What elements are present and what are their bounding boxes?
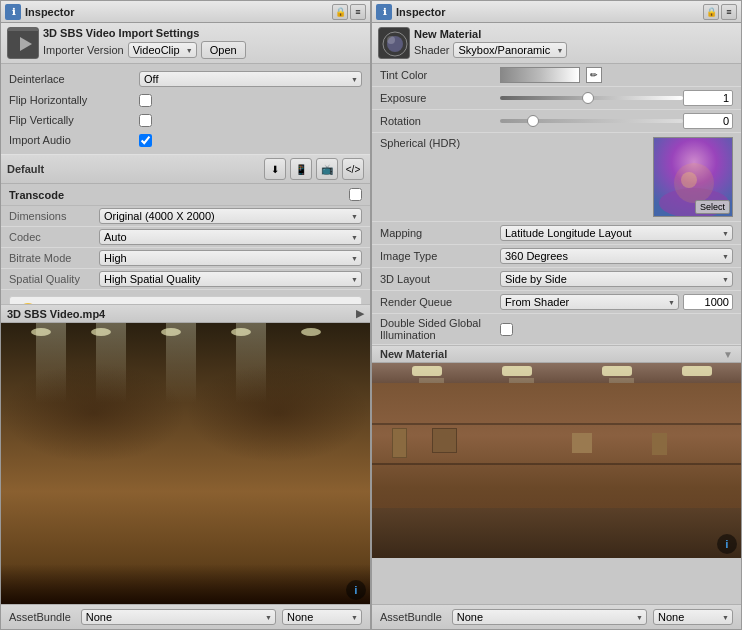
tint-color-row: Tint Color ✏: [372, 64, 741, 87]
exposure-input[interactable]: [683, 90, 733, 106]
image-type-select[interactable]: 360 Degrees: [500, 248, 733, 264]
codec-value-wrapper: Auto: [99, 229, 362, 245]
shader-select-wrapper[interactable]: Skybox/Panoramic: [453, 42, 567, 58]
color-picker-button[interactable]: ✏: [586, 67, 602, 83]
r-ceiling-light-4: [682, 366, 712, 376]
preview-expand-icon[interactable]: ▼: [723, 349, 733, 360]
right-asset-select2[interactable]: None: [653, 609, 733, 625]
render-queue-value-input[interactable]: [683, 294, 733, 310]
left-preview-nav[interactable]: ▶: [356, 307, 364, 320]
left-asset-select1-wrapper[interactable]: None: [81, 609, 276, 625]
deinterlace-value-wrapper: Off: [139, 71, 362, 87]
spherical-texture-row: Spherical (HDR) Select: [372, 133, 741, 222]
left-panel-content: 3D SBS Video Import Settings Importer Ve…: [1, 23, 370, 304]
left-menu-button[interactable]: ≡: [350, 4, 366, 20]
texture-select-button[interactable]: Select: [695, 200, 730, 214]
importer-version-select[interactable]: VideoClip: [128, 42, 197, 58]
left-lock-button[interactable]: 🔒: [332, 4, 348, 20]
tint-color-swatch[interactable]: [500, 67, 580, 83]
render-queue-source-wrapper[interactable]: From Shader: [500, 294, 679, 310]
render-queue-source-select[interactable]: From Shader: [500, 294, 679, 310]
image-type-select-wrapper[interactable]: 360 Degrees: [500, 248, 733, 264]
transcode-checkbox[interactable]: [349, 188, 362, 201]
left-asset-select2-wrapper[interactable]: None: [282, 609, 362, 625]
right-panel-content: New Material Shader Skybox/Panoramic Tin…: [372, 23, 741, 604]
left-asset-label: AssetBundle: [9, 611, 71, 623]
right-asset-select1[interactable]: None: [452, 609, 647, 625]
import-audio-checkbox[interactable]: [139, 134, 152, 147]
download-btn[interactable]: ⬇: [264, 158, 286, 180]
left-section-header: 3D SBS Video Import Settings Importer Ve…: [1, 23, 370, 64]
left-asset-select2[interactable]: None: [282, 609, 362, 625]
codec-select[interactable]: Auto: [99, 229, 362, 245]
right-section-title: New Material: [414, 28, 735, 40]
flip-v-checkbox[interactable]: [139, 114, 152, 127]
flip-h-checkbox[interactable]: [139, 94, 152, 107]
mapping-row: Mapping Latitude Longitude Layout: [372, 222, 741, 245]
platform-toolbar: Default ⬇ 📱 📺 </>: [1, 154, 370, 184]
right-preview-info-btn[interactable]: i: [717, 534, 737, 554]
deinterlace-select-wrapper[interactable]: Off: [139, 71, 362, 87]
open-button[interactable]: Open: [201, 41, 246, 59]
spatial-label: Spatial Quality: [9, 273, 99, 285]
dimensions-value-wrapper: Original (4000 X 2000): [99, 208, 362, 224]
tv-btn[interactable]: 📺: [316, 158, 338, 180]
bitrate-select[interactable]: High: [99, 250, 362, 266]
flip-h-row: Flip Horizontally: [9, 90, 362, 110]
left-asset-bundle-row: AssetBundle None None: [1, 604, 370, 629]
spatial-select-wrapper[interactable]: High Spatial Quality: [99, 271, 362, 287]
importer-version-select-wrapper[interactable]: VideoClip: [128, 42, 197, 58]
render-queue-label: Render Queue: [380, 296, 500, 308]
dimensions-select[interactable]: Original (4000 X 2000): [99, 208, 362, 224]
exposure-slider-track[interactable]: [500, 96, 683, 100]
exposure-row: Exposure: [372, 87, 741, 110]
shelf-2: [372, 463, 741, 465]
right-menu-button[interactable]: ≡: [721, 4, 737, 20]
mapping-select-wrapper[interactable]: Latitude Longitude Layout: [500, 225, 733, 241]
left-preview-area: i: [1, 323, 370, 604]
right-inspector-icon: ℹ: [376, 4, 392, 20]
left-section-title: 3D SBS Video Import Settings: [43, 27, 364, 39]
spherical-label: Spherical (HDR): [380, 137, 653, 153]
right-asset-label: AssetBundle: [380, 611, 442, 623]
spatial-select[interactable]: High Spatial Quality: [99, 271, 362, 287]
shader-row: Shader Skybox/Panoramic: [414, 42, 735, 58]
rotation-slider-thumb[interactable]: [527, 115, 539, 127]
tint-color-label: Tint Color: [380, 69, 500, 81]
shelf-1: [372, 423, 741, 425]
floor: [372, 508, 741, 558]
floor-shadow: [1, 564, 370, 604]
r-ceiling-light-1: [412, 366, 442, 376]
right-lock-button[interactable]: 🔒: [703, 4, 719, 20]
bitrate-select-wrapper[interactable]: High: [99, 250, 362, 266]
spherical-left: Spherical (HDR): [380, 137, 653, 153]
right-asset-select2-wrapper[interactable]: None: [653, 609, 733, 625]
right-sphere: [186, 363, 371, 463]
texture-preview[interactable]: Select: [653, 137, 733, 217]
right-asset-select1-wrapper[interactable]: None: [452, 609, 647, 625]
right-360-preview: [372, 363, 741, 558]
mobile-btn[interactable]: 📱: [290, 158, 312, 180]
dimensions-select-wrapper[interactable]: Original (4000 X 2000): [99, 208, 362, 224]
deinterlace-select[interactable]: Off: [139, 71, 362, 87]
left-asset-select1[interactable]: None: [81, 609, 276, 625]
default-label: Default: [7, 163, 260, 175]
3d-layout-select[interactable]: Side by Side: [500, 271, 733, 287]
left-form-area: Deinterlace Off Flip Horizontally Flip V…: [1, 64, 370, 154]
mapping-select[interactable]: Latitude Longitude Layout: [500, 225, 733, 241]
exposure-slider-thumb[interactable]: [582, 92, 594, 104]
web-btn[interactable]: </>: [342, 158, 364, 180]
3d-layout-select-wrapper[interactable]: Side by Side: [500, 271, 733, 287]
codec-select-wrapper[interactable]: Auto: [99, 229, 362, 245]
preview-info-btn[interactable]: i: [346, 580, 366, 600]
spatial-value-wrapper: High Spatial Quality: [99, 271, 362, 287]
image-type-row: Image Type 360 Degrees: [372, 245, 741, 268]
flip-v-label: Flip Vertically: [9, 114, 139, 126]
rotation-slider-track[interactable]: [500, 119, 683, 123]
shader-select[interactable]: Skybox/Panoramic: [453, 42, 567, 58]
left-panel-title: Inspector: [25, 6, 332, 18]
double-sided-checkbox[interactable]: [500, 323, 513, 336]
dimensions-label: Dimensions: [9, 210, 99, 222]
rotation-input[interactable]: [683, 113, 733, 129]
svg-rect-2: [8, 28, 39, 31]
